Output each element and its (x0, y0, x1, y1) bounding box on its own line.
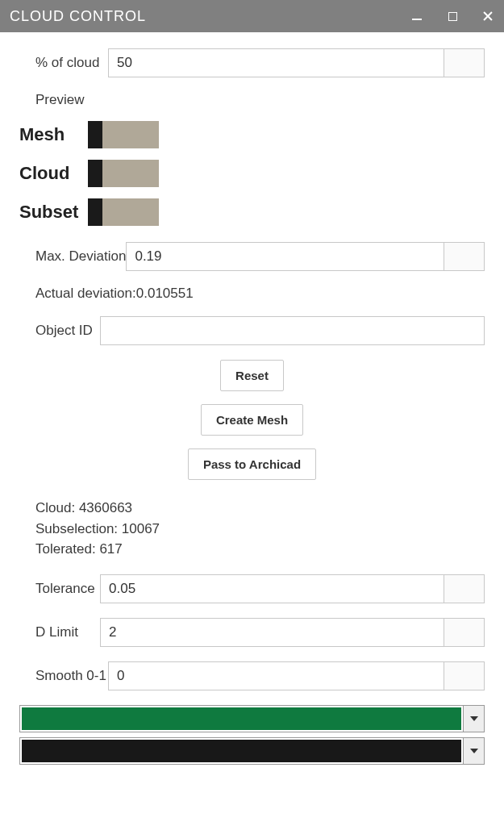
close-icon (482, 10, 494, 22)
color-dropdown-1[interactable] (19, 705, 485, 732)
pass-to-archicad-row: Pass to Archicad (19, 448, 485, 480)
d-limit-input[interactable] (100, 618, 444, 647)
color-swatch-green (20, 706, 463, 732)
chevron-down-icon (470, 749, 478, 753)
mesh-toggle[interactable] (88, 121, 159, 148)
color-swatch-black (20, 738, 463, 764)
d-limit-spinner[interactable] (444, 618, 485, 647)
percent-cloud-label: % of cloud (19, 55, 108, 71)
object-id-label: Object ID (19, 323, 100, 339)
stats-block: Cloud: 4360663 Subselection: 10067 Toler… (19, 498, 485, 560)
cloud-toggle[interactable] (88, 160, 159, 187)
smooth-input[interactable] (108, 661, 444, 690)
mesh-label: Mesh (19, 124, 88, 145)
tolerance-label: Tolerance (19, 581, 100, 597)
subset-toggle-row: Subset (19, 198, 485, 226)
object-id-input[interactable] (100, 316, 485, 345)
cloud-label: Cloud (19, 163, 88, 184)
mesh-toggle-row: Mesh (19, 121, 485, 148)
maximize-icon (448, 12, 457, 21)
titlebar-controls (410, 10, 494, 23)
chevron-down-icon (470, 716, 478, 721)
toggle-knob-icon (88, 160, 102, 187)
d-limit-label: D Limit (19, 624, 100, 640)
color-dropdown-1-row (19, 705, 485, 732)
preview-label: Preview (19, 92, 485, 108)
toggle-knob-icon (88, 121, 102, 148)
content-area: % of cloud Preview Mesh Cloud Subset Max… (0, 32, 504, 786)
subset-label: Subset (19, 202, 88, 223)
smooth-label: Smooth 0-1 (19, 668, 108, 684)
dropdown-arrow-1[interactable] (463, 706, 484, 732)
maximize-button[interactable] (446, 10, 459, 23)
actual-deviation-text: Actual deviation:0.010551 (19, 286, 485, 302)
tolerance-spinner[interactable] (444, 574, 485, 603)
max-deviation-spinner[interactable] (444, 242, 485, 271)
percent-cloud-spinner[interactable] (444, 48, 485, 77)
stat-subselection: Subselection: 10067 (35, 519, 485, 540)
dropdown-arrow-2[interactable] (463, 738, 484, 764)
tolerance-row: Tolerance (19, 574, 485, 603)
stat-tolerated: Tolerated: 617 (35, 539, 485, 560)
create-mesh-button[interactable]: Create Mesh (201, 404, 303, 436)
cloud-toggle-row: Cloud (19, 160, 485, 187)
create-mesh-row: Create Mesh (19, 404, 485, 436)
smooth-row: Smooth 0-1 (19, 661, 485, 690)
object-id-row: Object ID (19, 316, 485, 345)
toggle-knob-icon (88, 198, 102, 226)
percent-cloud-row: % of cloud (19, 48, 485, 77)
max-deviation-input[interactable] (126, 242, 444, 271)
actual-deviation-label: Actual deviation: (35, 286, 136, 301)
tolerance-input[interactable] (100, 574, 444, 603)
titlebar: CLOUD CONTROL (0, 0, 504, 32)
stat-cloud: Cloud: 4360663 (35, 498, 485, 519)
percent-cloud-input[interactable] (108, 48, 444, 77)
max-deviation-row: Max. Deviation (19, 242, 485, 271)
actual-deviation-value: 0.010551 (136, 286, 194, 301)
subset-toggle[interactable] (88, 198, 159, 226)
d-limit-row: D Limit (19, 618, 485, 647)
color-dropdown-2-row (19, 737, 485, 765)
reset-button[interactable]: Reset (220, 360, 284, 391)
minimize-icon (412, 19, 422, 20)
close-button[interactable] (481, 10, 494, 23)
color-dropdown-2[interactable] (19, 737, 485, 765)
pass-to-archicad-button[interactable]: Pass to Archicad (188, 448, 316, 480)
max-deviation-label: Max. Deviation (19, 248, 126, 265)
minimize-button[interactable] (410, 10, 423, 23)
window-title: CLOUD CONTROL (10, 8, 410, 25)
reset-row: Reset (19, 360, 485, 391)
smooth-spinner[interactable] (444, 661, 485, 690)
